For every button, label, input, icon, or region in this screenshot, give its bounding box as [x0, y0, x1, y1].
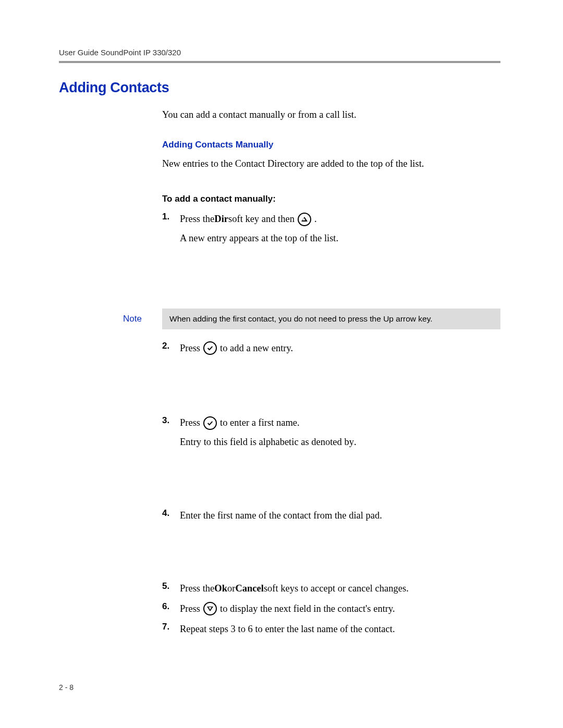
step-number: 5. [162, 581, 174, 596]
step-number: 4. [162, 508, 174, 523]
check-key-icon [203, 341, 217, 355]
step-number: 3. [162, 415, 174, 449]
step-2: 2. Press to add a new entry. [162, 341, 500, 356]
step3-line2-post: . [354, 435, 357, 450]
intro-text: You can add a contact manually or from a… [162, 107, 500, 122]
page-header: User Guide SoundPoint IP 330/320 [59, 48, 500, 57]
step-6: 6. Press to display the next field in th… [162, 601, 500, 616]
subheading-black: To add a contact manually: [162, 194, 500, 204]
check-key-icon [203, 416, 217, 430]
step5-mid: or [227, 581, 235, 596]
step-number: 2. [162, 341, 174, 356]
step3-post: to enter a first name. [220, 415, 300, 430]
down-arrow-key-icon [203, 602, 217, 615]
step2-post: to add a new entry. [220, 341, 293, 356]
step2-pre: Press [180, 341, 200, 356]
step1-pre: Press the [180, 212, 214, 227]
step1-mid: soft key and then [228, 212, 295, 227]
step3-pre: Press [180, 415, 200, 430]
step-1: 1. Press the Dir soft key and then . A n… [162, 212, 500, 245]
step5-post: soft keys to accept or cancel changes. [264, 581, 409, 596]
step1-post: . [314, 212, 317, 227]
step-3: 3. Press to enter a first name. Entry to… [162, 415, 500, 449]
step7-text: Repeat steps 3 to 6 to enter the last na… [180, 622, 500, 637]
step6-post: to display the next field in the contact… [220, 601, 395, 616]
step4-text: Enter the first name of the contact from… [180, 508, 500, 523]
note-box: When adding the first contact, you do no… [162, 309, 500, 329]
step5-bold2: Cancel [235, 581, 263, 596]
section-title: Adding Contacts [59, 80, 500, 96]
subheading-blue: Adding Contacts Manually [162, 140, 500, 150]
note-row: Note When adding the first contact, you … [123, 309, 500, 329]
step3-line2-pre: Entry to this field is alphabetic as den… [180, 435, 354, 450]
step-5: 5. Press the Ok or Cancel soft keys to a… [162, 581, 500, 596]
step-number: 1. [162, 212, 174, 245]
step-number: 7. [162, 622, 174, 637]
step5-bold1: Ok [214, 581, 227, 596]
step1-line2: A new entry appears at the top of the li… [180, 231, 500, 246]
step-7: 7. Repeat steps 3 to 6 to enter the last… [162, 622, 500, 637]
subblue-text: New entries to the Contact Directory are… [162, 156, 500, 171]
page-footer: 2 - 8 [59, 683, 74, 692]
note-label: Note [123, 314, 162, 324]
step-number: 6. [162, 601, 174, 616]
step6-pre: Press [180, 601, 200, 616]
step1-bold: Dir [214, 212, 228, 227]
step5-pre: Press the [180, 581, 214, 596]
up-arrow-key-icon [298, 213, 311, 226]
step-4: 4. Enter the first name of the contact f… [162, 508, 500, 523]
header-rule [59, 61, 500, 63]
